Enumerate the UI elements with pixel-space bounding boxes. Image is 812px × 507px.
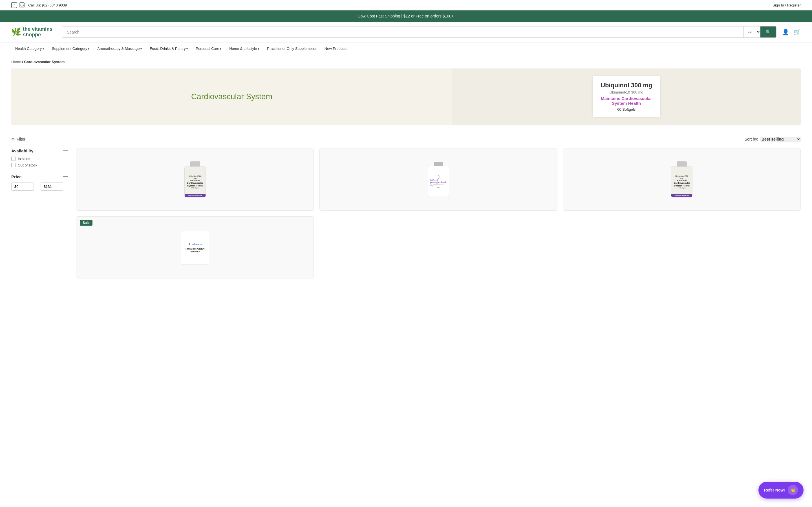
- hero-product-sub: Ubiquinol-10 300 mg: [599, 90, 654, 94]
- sale-badge: Sale: [80, 220, 93, 226]
- call-label: Call Us: (02) 8840 9039: [28, 3, 67, 7]
- facebook-icon[interactable]: f: [11, 2, 17, 8]
- bottle-brand-2: bioclinic naturals: [671, 194, 692, 197]
- header-icons: 👤 🛒: [782, 29, 801, 36]
- out-of-stock-checkbox[interactable]: [11, 163, 15, 167]
- cart-icon[interactable]: 🛒: [794, 29, 801, 36]
- bottle-body-2: Ubiquinol 300 mg Maintains Cardiovascula…: [671, 166, 693, 198]
- sign-in-link[interactable]: Sign In / Register: [772, 3, 801, 7]
- in-stock-option[interactable]: In stock: [11, 157, 68, 161]
- promo-banner: Low-Cost Fast Shipping | $12 or Free on …: [0, 10, 812, 22]
- nav-item-home[interactable]: Home & Lifestyle: [225, 43, 263, 55]
- logo-name: the vitaminsshoppe: [23, 26, 52, 38]
- price-collapse-icon[interactable]: —: [63, 174, 68, 179]
- bottle-cap-2: [677, 161, 687, 166]
- bottle-body: Ubiquinol 300 mg Maintains Cardiovascula…: [185, 166, 206, 198]
- logo[interactable]: 🌿 the vitaminsshoppe: [11, 26, 56, 38]
- spectrum-body: ⬡ Buffered Magnesium Glycin For practiti…: [428, 166, 449, 197]
- product-image-4: Sale ★ orthoplex PRACTITIONERBRAND: [77, 217, 313, 279]
- spectrum-cap: [434, 162, 443, 166]
- category-hero-title: Cardiovascular System: [191, 92, 272, 101]
- nav-link-health[interactable]: Health Category: [11, 43, 48, 55]
- search-input[interactable]: [62, 26, 744, 38]
- search-bar: All 🔍: [62, 26, 776, 38]
- out-of-stock-option[interactable]: Out of stock: [11, 163, 68, 167]
- nav-link-practitioner[interactable]: Practitioner Only Supplements: [263, 43, 320, 55]
- hero-product-count: 60 Softgels: [599, 107, 654, 112]
- main-nav: Health Category Supplement Category Arom…: [0, 43, 812, 55]
- main-content: Availability — In stock Out of stock Pri…: [0, 148, 812, 290]
- logo-icon: 🌿: [11, 27, 21, 37]
- promo-text: Low-Cost Fast Shipping | $12 or Free on …: [358, 14, 454, 18]
- sign-in-area[interactable]: Sign In / Register: [772, 3, 801, 7]
- account-icon[interactable]: 👤: [782, 29, 789, 36]
- product-card-1[interactable]: Ubiquinol 300 mg Maintains Cardiovascula…: [76, 148, 314, 211]
- hero-product-tagline: Maintains Cardiovascular System Health: [599, 96, 654, 106]
- price-dash: –: [36, 184, 38, 189]
- nav-item-food[interactable]: Food, Drinks & Pantry: [146, 43, 192, 55]
- sidebar: Availability — In stock Out of stock Pri…: [11, 148, 68, 279]
- nav-item-new[interactable]: New Products: [320, 43, 351, 55]
- social-icons: f ◯: [11, 2, 25, 8]
- nav-link-home[interactable]: Home & Lifestyle: [225, 43, 263, 55]
- bottle-label-main-2: Maintains Cardiovascular System Health: [673, 179, 690, 187]
- search-button[interactable]: 🔍: [760, 26, 776, 38]
- in-stock-checkbox[interactable]: [11, 157, 15, 161]
- filter-icon: ⚙: [11, 137, 15, 142]
- bottle-label-sub-2: 60 Softgels: [677, 187, 686, 189]
- search-category-select[interactable]: All: [744, 26, 760, 38]
- price-min-input[interactable]: [11, 182, 34, 191]
- spectrum-count: 120: [437, 186, 440, 188]
- ortho-brand-label: PRACTITIONERBRAND: [186, 247, 205, 253]
- header: 🌿 the vitaminsshoppe All 🔍 👤 🛒: [0, 22, 812, 43]
- nav-link-supplement[interactable]: Supplement Category: [48, 43, 94, 55]
- hero-product-name: Ubiquinol 300 mg: [599, 82, 654, 89]
- breadcrumb-home[interactable]: Home: [11, 60, 21, 64]
- out-of-stock-label: Out of stock: [18, 163, 37, 167]
- product-image-2: ⬡ Buffered Magnesium Glycin For practiti…: [320, 149, 557, 210]
- product-grid: Ubiquinol 300 mg Maintains Cardiovascula…: [76, 148, 801, 279]
- spectrum-hex-icon: ⬡: [437, 175, 440, 179]
- availability-title: Availability —: [11, 148, 68, 153]
- nav-item-practitioner[interactable]: Practitioner Only Supplements: [263, 43, 320, 55]
- sort-area: Sort by: Best selling Price: Low to High…: [745, 136, 801, 142]
- bottle-label-main: Maintains Cardiovascular System Health: [187, 179, 203, 187]
- bottle-label-top-2: Ubiquinol 300 mg: [673, 175, 690, 179]
- filter-button[interactable]: ⚙ Filter: [11, 137, 26, 142]
- filter-bar: ⚙ Filter Sort by: Best selling Price: Lo…: [0, 133, 812, 145]
- bioclinic-bottle-2: Ubiquinol 300 mg Maintains Cardiovascula…: [671, 161, 693, 198]
- bottle-label-sub: 60 Softgels: [191, 187, 199, 189]
- nav-item-personal[interactable]: Personal Care: [192, 43, 225, 55]
- bottle-label-top: Ubiquinol 300 mg: [187, 175, 203, 179]
- sort-select[interactable]: Best selling Price: Low to High Price: H…: [760, 136, 801, 142]
- top-bar: f ◯ Call Us: (02) 8840 9039 Sign In / Re…: [0, 0, 812, 10]
- nav-link-personal[interactable]: Personal Care: [192, 43, 225, 55]
- breadcrumb-separator: /: [22, 60, 23, 64]
- product-card-2[interactable]: ⬡ Buffered Magnesium Glycin For practiti…: [319, 148, 557, 211]
- category-hero-image-area: Ubiquinol 300 mg Ubiquinol-10 300 mg Mai…: [452, 68, 801, 125]
- spectrum-bottle-container: ⬡ Buffered Magnesium Glycin For practiti…: [428, 162, 449, 197]
- price-range: –: [11, 182, 68, 191]
- breadcrumb-current: Cardiovascular System: [24, 60, 65, 64]
- instagram-icon[interactable]: ◯: [19, 2, 25, 8]
- price-title: Price —: [11, 174, 68, 179]
- bottle-cap: [190, 161, 200, 166]
- nav-item-aromatherapy[interactable]: Aromatherapy & Massage: [93, 43, 146, 55]
- price-max-input[interactable]: [41, 182, 63, 191]
- product-card-3[interactable]: Ubiquinol 300 mg Maintains Cardiovascula…: [563, 148, 801, 211]
- nav-link-new[interactable]: New Products: [320, 43, 351, 55]
- category-hero-text-area: Cardiovascular System: [11, 68, 452, 125]
- bottle-brand: bioclinic naturals: [185, 194, 206, 197]
- availability-collapse-icon[interactable]: —: [63, 148, 68, 153]
- search-icon: 🔍: [765, 30, 771, 34]
- bioclinic-bottle-1: Ubiquinol 300 mg Maintains Cardiovascula…: [185, 161, 206, 198]
- ortho-logo-text: orthoplex: [192, 243, 202, 245]
- top-bar-left: f ◯ Call Us: (02) 8840 9039: [11, 2, 67, 8]
- in-stock-label: In stock: [18, 157, 31, 161]
- nav-link-aromatherapy[interactable]: Aromatherapy & Massage: [93, 43, 146, 55]
- nav-link-food[interactable]: Food, Drinks & Pantry: [146, 43, 192, 55]
- nav-item-health[interactable]: Health Category: [11, 43, 48, 55]
- nav-item-supplement[interactable]: Supplement Category: [48, 43, 94, 55]
- availability-filter: Availability — In stock Out of stock: [11, 148, 68, 167]
- product-card-4[interactable]: Sale ★ orthoplex PRACTITIONERBRAND: [76, 216, 314, 279]
